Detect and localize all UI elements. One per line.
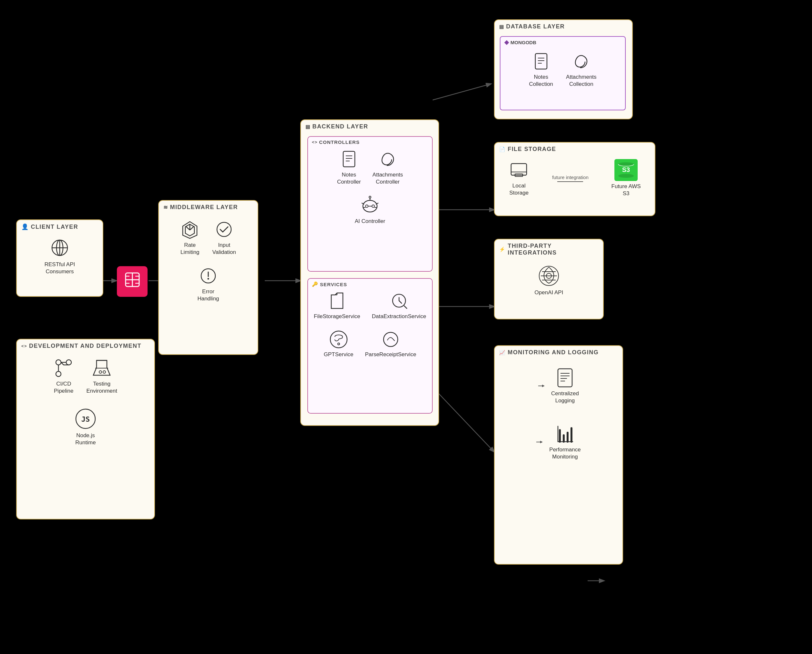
file-storage-icon: 📄 bbox=[499, 147, 506, 152]
services-box: 🔑 SERVICES FileStorageService bbox=[307, 278, 433, 414]
data-extraction-service-label: DataExtractionService bbox=[372, 313, 426, 320]
mongodb-label: ◆ MONGODB bbox=[501, 37, 625, 47]
svg-text:S3: S3 bbox=[622, 166, 630, 173]
rate-limiting-item: Rate Limiting bbox=[181, 220, 199, 256]
restful-api-item: RESTful API Consumers bbox=[44, 239, 75, 275]
performance-monitoring-item: Performance Monitoring bbox=[549, 424, 581, 460]
client-icon: 👤 bbox=[21, 223, 29, 230]
testing-environment-item: Testing Environment bbox=[87, 358, 117, 394]
third-party-label: ⚡ THIRD-PARTY INTEGRATIONS bbox=[495, 239, 603, 258]
dev-icon: <> bbox=[21, 344, 27, 348]
ai-controller-item: AI Controller bbox=[355, 195, 385, 225]
third-party-box: ⚡ THIRD-PARTY INTEGRATIONS OpenAI API bbox=[494, 239, 604, 319]
parse-receipt-service-item: ParseReceiptService bbox=[365, 330, 416, 358]
monitoring-icon: 📈 bbox=[499, 350, 506, 356]
middleware-layer-box: ≋ MIDDLEWARE LAYER Rate Limiting bbox=[158, 200, 258, 355]
svg-rect-31 bbox=[343, 151, 355, 167]
future-integration-label: future integration bbox=[552, 174, 588, 180]
notes-controller-item: Notes Controller bbox=[337, 150, 361, 185]
testing-environment-label: Testing Environment bbox=[87, 380, 117, 394]
svg-rect-53 bbox=[383, 332, 398, 347]
svg-line-49 bbox=[399, 301, 401, 303]
database-layer-box: ▤ DATABASE LAYER ◆ MONGODB Notes Collect… bbox=[494, 19, 633, 119]
file-storage-box: 📄 FILE STORAGE Local Storage future inte… bbox=[494, 142, 656, 216]
svg-point-64 bbox=[618, 174, 634, 178]
aws-s3-item: S3 Future AWS S3 bbox=[611, 159, 641, 197]
attachments-controller-item: Attachments Controller bbox=[372, 150, 403, 185]
controllers-box: <> CONTROLLERS Notes Controller bbox=[307, 136, 433, 272]
nodejs-runtime-label: Node.js Runtime bbox=[75, 432, 96, 446]
middleware-icon: ≋ bbox=[163, 204, 168, 210]
mongodb-icon: ◆ bbox=[504, 39, 509, 46]
gpt-service-item: GPTService bbox=[324, 330, 354, 358]
svg-point-83 bbox=[56, 360, 61, 365]
svg-point-85 bbox=[56, 371, 61, 376]
globe-icon bbox=[51, 239, 69, 259]
openai-api-item: OpenAI API bbox=[535, 264, 564, 296]
svg-line-50 bbox=[404, 306, 407, 309]
input-validation-item: Input Validation bbox=[213, 220, 236, 256]
backend-layer-label: ▤ BACKEND LAYER bbox=[301, 120, 438, 132]
controllers-label: <> CONTROLLERS bbox=[308, 137, 432, 146]
services-icon: 🔑 bbox=[312, 281, 318, 287]
middleware-layer-label: ≋ MIDDLEWARE LAYER bbox=[159, 201, 257, 212]
svg-point-52 bbox=[338, 343, 340, 345]
svg-marker-76 bbox=[540, 441, 543, 443]
centralized-logging-item: Centralized Logging bbox=[551, 367, 579, 404]
svg-line-7 bbox=[433, 387, 494, 452]
ai-controller-label: AI Controller bbox=[355, 218, 385, 225]
svg-marker-69 bbox=[542, 385, 545, 387]
local-storage-label: Local Storage bbox=[509, 182, 529, 197]
dev-deployment-label: <> DEVELOPMENT AND DEPLOYMENT bbox=[17, 339, 154, 351]
svg-line-3 bbox=[433, 84, 491, 100]
svg-line-26 bbox=[190, 226, 194, 230]
svg-point-30 bbox=[207, 278, 209, 280]
notes-collection-label: Notes Collection bbox=[529, 73, 553, 88]
svg-line-25 bbox=[186, 226, 190, 230]
client-layer-box: 👤 CLIENT LAYER RESTful API Consumers bbox=[16, 219, 103, 297]
svg-point-41 bbox=[372, 205, 374, 208]
centralized-logging-label: Centralized Logging bbox=[551, 390, 579, 404]
rate-limiting-label: Rate Limiting bbox=[181, 241, 199, 256]
svg-point-89 bbox=[99, 371, 102, 373]
notes-collection-item: Notes Collection bbox=[529, 52, 553, 88]
attachments-collection-label: Attachments Collection bbox=[566, 73, 597, 88]
mongodb-box: ◆ MONGODB Notes Collection bbox=[500, 36, 626, 110]
diagram: 👤 CLIENT LAYER RESTful API Consumers bbox=[0, 0, 812, 654]
aws-s3-label: Future AWS S3 bbox=[611, 183, 641, 197]
local-storage-item: Local Storage bbox=[509, 160, 529, 197]
svg-rect-61 bbox=[513, 173, 525, 174]
svg-point-37 bbox=[369, 196, 371, 198]
svg-point-40 bbox=[366, 205, 368, 208]
attachments-collection-item: Attachments Collection bbox=[566, 52, 597, 88]
middleware-pink-icon bbox=[117, 266, 147, 297]
database-layer-label: ▤ DATABASE LAYER bbox=[495, 20, 632, 32]
file-storage-service-label: FileStorageService bbox=[314, 313, 360, 320]
backend-layer-box: ▤ BACKEND LAYER <> CONTROLLERS bbox=[300, 119, 439, 426]
monitoring-box: 📈 MONITORING AND LOGGING bbox=[494, 345, 623, 565]
input-validation-label: Input Validation bbox=[213, 241, 236, 256]
svg-point-90 bbox=[103, 371, 106, 373]
svg-text:JS: JS bbox=[81, 415, 90, 423]
attachments-controller-label: Attachments Controller bbox=[372, 171, 403, 185]
third-party-icon: ⚡ bbox=[499, 246, 506, 252]
services-label: 🔑 SERVICES bbox=[308, 279, 432, 289]
notes-controller-label: Notes Controller bbox=[337, 171, 361, 185]
restful-api-label: RESTful API Consumers bbox=[44, 261, 75, 275]
cicd-pipeline-label: CI/CD Pipeline bbox=[54, 380, 74, 394]
database-icon: ▤ bbox=[499, 24, 504, 30]
controllers-icon: <> bbox=[312, 140, 317, 145]
data-extraction-service-item: DataExtractionService bbox=[372, 292, 426, 320]
file-storage-service-item: FileStorageService bbox=[314, 292, 360, 320]
s3-bucket-icon: S3 bbox=[614, 159, 638, 181]
performance-monitoring-label: Performance Monitoring bbox=[549, 446, 581, 460]
parse-receipt-service-label: ParseReceiptService bbox=[365, 351, 416, 358]
svg-rect-70 bbox=[558, 369, 572, 387]
nodejs-runtime-item: JS Node.js Runtime bbox=[74, 408, 97, 446]
svg-rect-54 bbox=[535, 53, 547, 69]
cicd-pipeline-item: CI/CD Pipeline bbox=[54, 358, 74, 394]
openai-api-label: OpenAI API bbox=[535, 289, 564, 296]
error-handling-item: Error Handling bbox=[197, 267, 219, 302]
file-storage-label: 📄 FILE STORAGE bbox=[495, 143, 655, 154]
client-layer-label: 👤 CLIENT LAYER bbox=[17, 220, 103, 232]
